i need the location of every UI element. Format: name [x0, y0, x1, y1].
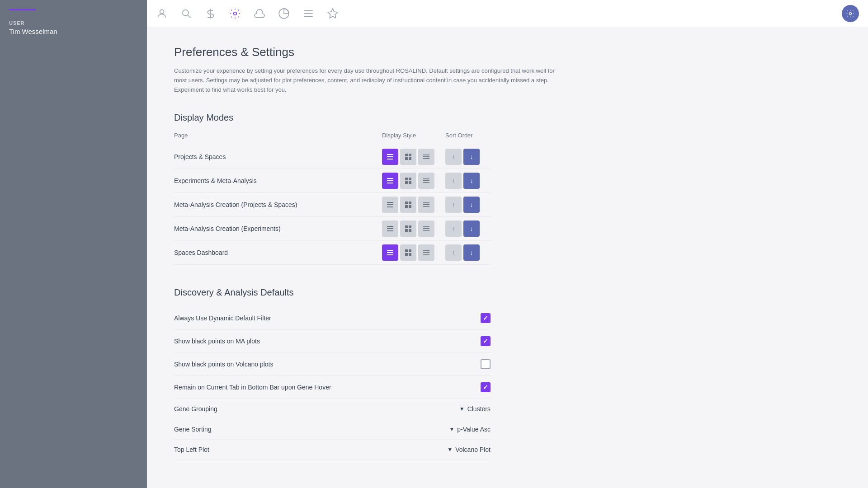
defaults-control-gene-sorting[interactable]: ▼ p-Value Asc [449, 426, 491, 433]
dm-row-meta-projects: Meta-Analysis Creation (Projects & Space… [174, 193, 491, 217]
sort-down-3[interactable]: ↓ [463, 197, 480, 213]
sidebar: USER Tim Wesselman [0, 0, 147, 488]
top-left-plot-value: Volcano Plot [455, 446, 491, 453]
dm-sort-buttons-2: ↑ ↓ [445, 173, 491, 189]
svg-rect-50 [387, 250, 393, 251]
page-description: Customize your experience by setting you… [174, 66, 563, 94]
gene-sorting-arrow: ▼ [449, 426, 454, 432]
gene-sorting-value: p-Value Asc [457, 426, 491, 433]
sort-down-4[interactable]: ↓ [463, 221, 480, 237]
defaults-row-volcano-plots: Show black points on Volcano plots [174, 353, 491, 376]
checkbox-ma-plots[interactable] [481, 336, 491, 346]
user-name: Tim Wesselman [9, 28, 138, 35]
defaults-control-dynamic-filter [481, 313, 491, 323]
style-btn-grid-1[interactable] [400, 149, 416, 165]
content-area: Preferences & Settings Customize your ex… [147, 27, 868, 488]
dm-header-page-label: Page [174, 132, 382, 139]
style-btn-list-1[interactable] [382, 149, 398, 165]
style-btn-compact-3[interactable] [418, 197, 434, 213]
style-btn-compact-4[interactable] [418, 221, 434, 237]
style-btn-grid-3[interactable] [400, 197, 416, 213]
style-btn-compact-5[interactable] [418, 244, 434, 261]
svg-rect-21 [387, 180, 393, 181]
svg-point-0 [160, 9, 164, 14]
sort-down-2[interactable]: ↓ [463, 173, 480, 189]
svg-point-1 [183, 9, 189, 15]
sidebar-accent-bar [9, 9, 36, 10]
star-icon[interactable] [327, 8, 339, 19]
svg-rect-31 [387, 204, 393, 205]
style-btn-grid-4[interactable] [400, 221, 416, 237]
defaults-label-volcano-plots: Show black points on Volcano plots [174, 361, 481, 368]
svg-rect-33 [405, 202, 408, 204]
person-icon[interactable] [156, 8, 168, 19]
svg-rect-47 [423, 226, 429, 227]
dm-row-spaces-dashboard: Spaces Dashboard ↑ ↓ [174, 241, 491, 265]
svg-rect-26 [409, 181, 411, 184]
cloud-icon[interactable] [254, 8, 265, 19]
svg-rect-49 [423, 230, 429, 231]
defaults-control-top-left-plot[interactable]: ▼ Volcano Plot [447, 446, 491, 453]
svg-point-4 [234, 12, 237, 15]
dm-header-style-label: Display Style [382, 132, 445, 139]
style-btn-grid-5[interactable] [400, 244, 416, 261]
dm-sort-buttons-1: ↑ ↓ [445, 149, 491, 165]
checkbox-volcano-plots[interactable] [481, 359, 491, 369]
top-left-plot-arrow: ▼ [447, 446, 453, 453]
svg-rect-11 [387, 156, 393, 157]
defaults-section: Discovery & Analysis Defaults Always Use… [174, 287, 491, 460]
dm-label-experiments: Experiments & Meta-Analysis [174, 177, 382, 184]
defaults-control-gene-grouping[interactable]: ▼ Clusters [459, 405, 491, 413]
user-badge[interactable] [842, 5, 859, 22]
svg-rect-19 [423, 158, 429, 159]
svg-point-9 [849, 12, 852, 14]
dm-row-experiments: Experiments & Meta-Analysis ↑ [174, 169, 491, 193]
defaults-label-top-left-plot: Top Left Plot [174, 446, 447, 453]
svg-rect-57 [423, 250, 429, 251]
svg-rect-18 [423, 156, 429, 157]
checkbox-remain-tab[interactable] [481, 382, 491, 392]
dollar-icon[interactable] [205, 8, 217, 19]
svg-rect-40 [387, 226, 393, 227]
svg-rect-29 [423, 182, 429, 183]
list-icon[interactable] [302, 8, 314, 19]
defaults-row-top-left-plot: Top Left Plot ▼ Volcano Plot [174, 440, 491, 460]
svg-rect-39 [423, 206, 429, 207]
dm-label-meta-projects: Meta-Analysis Creation (Projects & Space… [174, 201, 382, 208]
dm-style-buttons-1 [382, 149, 445, 165]
page-title: Preferences & Settings [174, 45, 841, 59]
svg-rect-34 [409, 202, 411, 204]
style-btn-list-4[interactable] [382, 221, 398, 237]
svg-rect-59 [423, 254, 429, 255]
user-section: USER Tim Wesselman [9, 16, 138, 40]
svg-rect-44 [409, 225, 411, 228]
style-btn-compact-2[interactable] [418, 173, 434, 189]
sort-up-1[interactable]: ↑ [445, 149, 462, 165]
style-btn-list-2[interactable] [382, 173, 398, 189]
defaults-control-volcano-plots [481, 359, 491, 369]
sort-up-3[interactable]: ↑ [445, 197, 462, 213]
style-btn-list-3[interactable] [382, 197, 398, 213]
sort-down-5[interactable]: ↓ [463, 244, 480, 261]
dm-label-projects-spaces: Projects & Spaces [174, 153, 382, 160]
defaults-control-ma-plots [481, 336, 491, 346]
sort-up-5[interactable]: ↑ [445, 244, 462, 261]
style-btn-grid-2[interactable] [400, 173, 416, 189]
checkbox-dynamic-filter[interactable] [481, 313, 491, 323]
sort-up-4[interactable]: ↑ [445, 221, 462, 237]
svg-rect-53 [405, 249, 408, 252]
style-btn-compact-1[interactable] [418, 149, 434, 165]
sort-down-1[interactable]: ↓ [463, 149, 480, 165]
dm-style-buttons-2 [382, 173, 445, 189]
style-btn-list-5[interactable] [382, 244, 398, 261]
svg-rect-38 [423, 204, 429, 205]
settings-icon[interactable] [229, 8, 241, 19]
svg-rect-15 [405, 157, 408, 160]
search-icon[interactable] [180, 8, 192, 19]
chart-icon[interactable] [278, 8, 290, 19]
user-avatar-badge[interactable] [842, 5, 859, 22]
svg-rect-36 [409, 205, 411, 208]
defaults-label-ma-plots: Show black points on MA plots [174, 338, 481, 345]
sort-up-2[interactable]: ↑ [445, 173, 462, 189]
svg-rect-24 [409, 178, 411, 180]
